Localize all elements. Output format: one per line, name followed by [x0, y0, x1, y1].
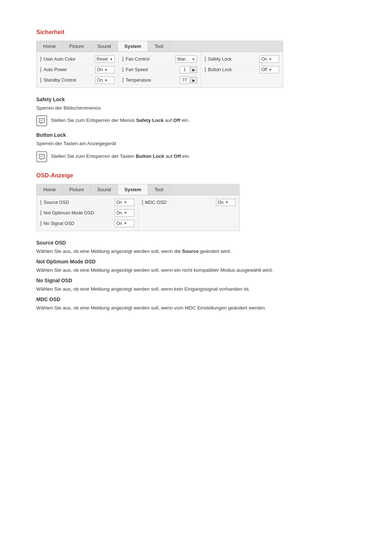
- auto-power-control[interactable]: On ▼: [95, 66, 115, 73]
- user-auto-color-control[interactable]: Reset ▼: [95, 56, 115, 63]
- button-lock-row: Button Lock Off ▼: [204, 65, 280, 75]
- button-lock-desc: Sperren der Tasten am Anzeigegerät: [36, 140, 356, 147]
- safety-lock-note: Stellen Sie zum Entsperren der Menüs Saf…: [36, 115, 356, 126]
- osd-tab-tool[interactable]: Tool: [148, 184, 170, 195]
- chevron-down-icon: ▼: [109, 57, 113, 61]
- tab-tool[interactable]: Tool: [148, 41, 170, 52]
- bar-icon: [205, 57, 206, 62]
- bar-icon: [40, 57, 41, 62]
- tab-system[interactable]: System: [118, 41, 148, 52]
- note-icon: [36, 115, 47, 126]
- mdc-osd-row: MDC OSD On ▼: [141, 197, 237, 208]
- osd-anzeige-section: OSD-Anzeige Home Picture Sound System To…: [36, 172, 356, 312]
- fan-control-value: Man…: [177, 57, 190, 62]
- bar-icon: [40, 210, 41, 216]
- bar-icon: [122, 67, 123, 72]
- osd-tab-system[interactable]: System: [118, 184, 148, 195]
- mdc-osd-control[interactable]: On ▼: [216, 199, 236, 206]
- not-optimum-value: On: [117, 210, 122, 216]
- source-osd-label: Source OSD: [40, 200, 113, 205]
- user-auto-color-label: User Auto Color: [40, 57, 93, 62]
- auto-power-dropdown[interactable]: On ▼: [95, 66, 115, 73]
- safety-lock-label: Safety Lock: [205, 57, 257, 62]
- bar-icon: [40, 78, 41, 83]
- no-signal-control[interactable]: On ▼: [115, 220, 134, 227]
- sicherheit-col-3: Safety Lock On ▼ Button Lock: [201, 52, 283, 87]
- temperature-right-arrow[interactable]: ▶: [191, 77, 197, 83]
- mdc-osd-desc: Wählen Sie aus, ob eine Meldung angezeig…: [36, 304, 356, 312]
- bar-icon: [40, 200, 41, 205]
- not-optimum-row: Not Optimum Mode OSD On ▼: [40, 208, 135, 218]
- sicherheit-tab-row: Home Picture Sound System Tool: [37, 41, 283, 52]
- auto-power-label: Auto Power: [40, 67, 93, 72]
- user-auto-color-dropdown[interactable]: Reset ▼: [95, 56, 115, 63]
- safety-lock-row: Safety Lock On ▼: [204, 54, 280, 65]
- source-osd-row: Source OSD On ▼: [40, 197, 135, 208]
- source-osd-control[interactable]: On ▼: [115, 199, 134, 206]
- sicherheit-section: Sicherheit Home Picture Sound System Too…: [36, 29, 356, 162]
- button-lock-note-text: Stellen Sie zum Entsperren der Tasten Bu…: [51, 151, 190, 160]
- safety-lock-desc: Sperren der Bildschirmmenüs: [36, 104, 356, 112]
- osd-tab-picture[interactable]: Picture: [63, 184, 91, 195]
- temperature-control[interactable]: 77 ▶: [180, 77, 197, 84]
- mdc-osd-value: On: [218, 200, 224, 205]
- bar-icon: [40, 221, 41, 226]
- fan-control-control[interactable]: Man… ▼: [175, 56, 197, 63]
- sicherheit-col-1: User Auto Color Reset ▼ Auto Power: [37, 52, 119, 87]
- auto-power-value: On: [97, 67, 103, 72]
- chevron-down-icon: ▼: [124, 211, 127, 215]
- standby-control-label: Standby Control: [40, 78, 93, 83]
- source-osd-dropdown[interactable]: On ▼: [115, 199, 134, 206]
- chevron-down-icon: ▼: [269, 57, 272, 61]
- safety-lock-dropdown[interactable]: On ▼: [260, 56, 279, 63]
- chevron-down-icon: ▼: [124, 221, 127, 225]
- tab-picture[interactable]: Picture: [63, 41, 91, 52]
- no-signal-label: No Signal OSD: [40, 221, 113, 226]
- not-optimum-control[interactable]: On ▼: [115, 209, 134, 217]
- standby-control-dropdown[interactable]: On ▼: [95, 77, 115, 84]
- not-optimum-label: Not Optimum Mode OSD: [40, 210, 113, 216]
- not-optimum-dropdown[interactable]: On ▼: [115, 209, 134, 217]
- fan-speed-row: Fan Speed 1 ▶: [122, 65, 197, 75]
- osd-col-2: MDC OSD On ▼: [138, 195, 240, 231]
- not-optimum-desc: Wählen Sie aus, ob eine Meldung angezeig…: [36, 267, 356, 274]
- osd-tab-home[interactable]: Home: [37, 184, 63, 195]
- mdc-osd-subtitle: MDC OSD: [36, 296, 356, 302]
- chevron-down-icon: ▼: [269, 68, 272, 72]
- safety-lock-control[interactable]: On ▼: [260, 56, 279, 63]
- no-signal-dropdown[interactable]: On ▼: [115, 220, 134, 227]
- chevron-down-icon: ▼: [104, 68, 108, 72]
- sicherheit-title: Sicherheit: [36, 29, 356, 36]
- osd-anzeige-title: OSD-Anzeige: [36, 172, 356, 179]
- user-auto-color-value: Reset: [97, 57, 108, 62]
- button-lock-subtitle: Button Lock: [36, 132, 356, 138]
- bar-icon: [122, 57, 123, 62]
- auto-power-row: Auto Power On ▼: [40, 65, 115, 75]
- sicherheit-col-2: Fan Control Man… ▼ Fan Speed 1: [119, 52, 201, 87]
- button-lock-control[interactable]: Off ▼: [260, 66, 279, 73]
- button-lock-dropdown[interactable]: Off ▼: [260, 66, 279, 73]
- bar-icon: [122, 78, 123, 83]
- fan-control-row: Fan Control Man… ▼: [122, 54, 197, 65]
- osd-tab-sound[interactable]: Sound: [91, 184, 118, 195]
- standby-control-row: Standby Control On ▼: [40, 75, 115, 85]
- fan-speed-control[interactable]: 1 ▶: [180, 66, 197, 73]
- tab-home[interactable]: Home: [37, 41, 63, 52]
- fan-speed-label: Fan Speed: [122, 67, 177, 72]
- no-signal-value: On: [117, 221, 122, 226]
- no-signal-subtitle: No Signal OSD: [36, 278, 356, 283]
- fan-control-dropdown[interactable]: Man… ▼: [175, 56, 197, 63]
- mdc-osd-dropdown[interactable]: On ▼: [216, 199, 236, 206]
- sicherheit-table-body: User Auto Color Reset ▼ Auto Power: [37, 52, 283, 87]
- button-lock-note: Stellen Sie zum Entsperren der Tasten Bu…: [36, 151, 356, 162]
- temperature-value: 77: [180, 77, 190, 84]
- osd-tab-row: Home Picture Sound System Tool: [37, 184, 239, 195]
- safety-lock-subtitle: Safety Lock: [36, 97, 356, 102]
- tab-sound[interactable]: Sound: [91, 41, 118, 52]
- fan-speed-right-arrow[interactable]: ▶: [191, 66, 197, 73]
- chevron-down-icon: ▼: [104, 78, 108, 82]
- bar-icon: [142, 200, 143, 205]
- not-optimum-subtitle: Not Optimum Mode OSD: [36, 259, 356, 264]
- chevron-down-icon: ▼: [225, 200, 229, 204]
- standby-control-control[interactable]: On ▼: [95, 77, 115, 84]
